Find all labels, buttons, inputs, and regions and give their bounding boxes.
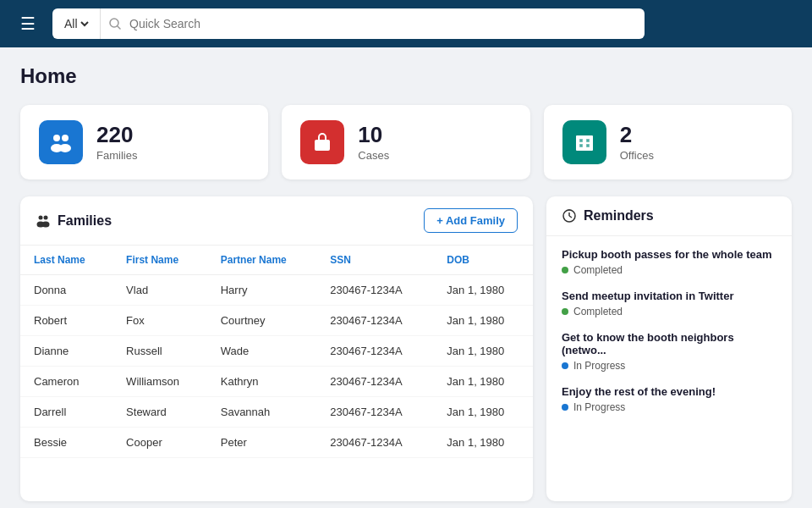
main-content: Home 220 Families	[0, 47, 812, 508]
page-title: Home	[20, 64, 792, 88]
cell-last: Robert	[20, 306, 112, 336]
hamburger-icon[interactable]: ☰	[14, 7, 42, 41]
cell-first: Cooper	[112, 428, 207, 458]
svg-rect-6	[315, 140, 330, 151]
stats-row: 220 Families 10 Cases	[20, 105, 792, 179]
search-icon	[101, 18, 129, 30]
stat-info-families: 220 Families	[96, 123, 137, 162]
cell-ssn: 230467-1234A	[316, 397, 433, 428]
reminder-status: In Progress	[562, 360, 776, 372]
offices-number: 2	[620, 123, 654, 147]
stat-info-offices: 2 Offices	[620, 123, 654, 162]
svg-rect-13	[586, 139, 590, 142]
cell-dob: Jan 1, 1980	[433, 367, 533, 397]
svg-rect-7	[576, 135, 593, 151]
cell-partner: Kathryn	[207, 367, 317, 397]
offices-label: Offices	[620, 149, 654, 162]
table-row[interactable]: BessieCooperPeter230467-1234AJan 1, 1980	[20, 428, 533, 458]
cell-partner: Peter	[207, 428, 317, 458]
status-dot	[562, 404, 568, 411]
reminder-status: Completed	[562, 306, 776, 318]
offices-icon	[562, 120, 606, 164]
cell-partner: Savannah	[207, 397, 317, 428]
table-row[interactable]: RobertFoxCourtney230467-1234AJan 1, 1980	[20, 306, 533, 336]
cell-dob: Jan 1, 1980	[433, 336, 533, 367]
cell-last: Dianne	[20, 336, 112, 367]
families-label: Families	[96, 149, 137, 162]
families-table: Last Name First Name Partner Name SSN DO…	[20, 246, 533, 458]
svg-point-19	[42, 221, 50, 227]
status-text: Completed	[573, 264, 623, 276]
search-dropdown[interactable]: All	[52, 8, 101, 39]
cell-dob: Jan 1, 1980	[433, 275, 533, 306]
col-dob: DOB	[433, 246, 533, 275]
reminders-icon	[562, 208, 577, 224]
col-partner-name: Partner Name	[207, 246, 317, 275]
svg-rect-14	[579, 144, 583, 147]
cases-icon	[300, 120, 344, 164]
families-panel-icon	[36, 213, 51, 229]
reminder-title: Pickup booth passes for the whole team	[562, 248, 776, 261]
cell-last: Darrell	[20, 397, 112, 428]
families-panel-title: Families	[36, 213, 112, 229]
status-dot	[562, 362, 568, 369]
cell-partner: Harry	[207, 275, 317, 306]
cases-label: Cases	[358, 149, 389, 162]
cell-first: Vlad	[112, 275, 207, 306]
cell-dob: Jan 1, 1980	[433, 306, 533, 336]
stat-card-offices: 2 Offices	[544, 105, 792, 179]
status-text: Completed	[573, 306, 623, 318]
cell-last: Cameron	[20, 367, 112, 397]
add-family-button[interactable]: + Add Family	[424, 208, 518, 233]
reminders-header: Reminders	[546, 196, 792, 236]
cell-ssn: 230467-1234A	[316, 336, 433, 367]
svg-point-2	[53, 135, 60, 141]
svg-point-5	[59, 144, 71, 152]
cell-partner: Courtney	[207, 306, 317, 336]
cell-dob: Jan 1, 1980	[433, 428, 533, 458]
cell-first: Williamson	[112, 367, 207, 397]
cell-partner: Wade	[207, 336, 317, 367]
status-text: In Progress	[573, 401, 625, 413]
col-last-name: Last Name	[20, 246, 112, 275]
svg-line-1	[118, 26, 120, 29]
table-row[interactable]: DarrellStewardSavannah230467-1234AJan 1,…	[20, 397, 533, 428]
col-first-name: First Name	[112, 246, 207, 275]
table-row[interactable]: DianneRussellWade230467-1234AJan 1, 1980	[20, 336, 533, 367]
reminders-title: Reminders	[584, 208, 654, 224]
cell-last: Bessie	[20, 428, 112, 458]
cases-number: 10	[358, 123, 389, 147]
families-icon	[39, 120, 83, 164]
families-number: 220	[96, 123, 137, 147]
cell-ssn: 230467-1234A	[316, 275, 433, 306]
families-table-body: DonnaVladHarry230467-1234AJan 1, 1980Rob…	[20, 275, 533, 458]
reminder-item: Get to know the booth neighbors (netwo..…	[562, 331, 776, 372]
search-input[interactable]	[129, 17, 645, 30]
reminder-title: Enjoy the rest of the evening!	[562, 385, 776, 398]
reminder-title: Get to know the booth neighbors (netwo..…	[562, 331, 776, 356]
table-row[interactable]: DonnaVladHarry230467-1234AJan 1, 1980	[20, 275, 533, 306]
search-type-select[interactable]: All	[61, 16, 91, 31]
svg-rect-12	[579, 139, 583, 142]
content-row: Families + Add Family Last Name First Na…	[20, 196, 792, 501]
stat-card-families: 220 Families	[20, 105, 268, 179]
cell-dob: Jan 1, 1980	[433, 397, 533, 428]
navbar: ☰ All	[0, 0, 812, 47]
stat-card-cases: 10 Cases	[282, 105, 529, 179]
status-text: In Progress	[573, 360, 625, 372]
table-row[interactable]: CameronWilliamsonKathryn230467-1234AJan …	[20, 367, 533, 397]
reminders-panel: Reminders Pickup booth passes for the wh…	[546, 196, 792, 501]
cell-first: Fox	[112, 306, 207, 336]
reminder-item: Enjoy the rest of the evening!In Progres…	[562, 385, 776, 413]
svg-line-22	[569, 216, 572, 218]
cell-ssn: 230467-1234A	[316, 306, 433, 336]
families-panel: Families + Add Family Last Name First Na…	[20, 196, 533, 501]
status-dot	[562, 267, 568, 273]
families-panel-header: Families + Add Family	[20, 196, 533, 246]
cell-first: Steward	[112, 397, 207, 428]
table-header-row: Last Name First Name Partner Name SSN DO…	[20, 246, 533, 275]
stat-info-cases: 10 Cases	[358, 123, 389, 162]
reminder-item: Pickup booth passes for the whole teamCo…	[562, 248, 776, 276]
svg-rect-15	[586, 144, 590, 147]
svg-point-3	[62, 135, 69, 141]
